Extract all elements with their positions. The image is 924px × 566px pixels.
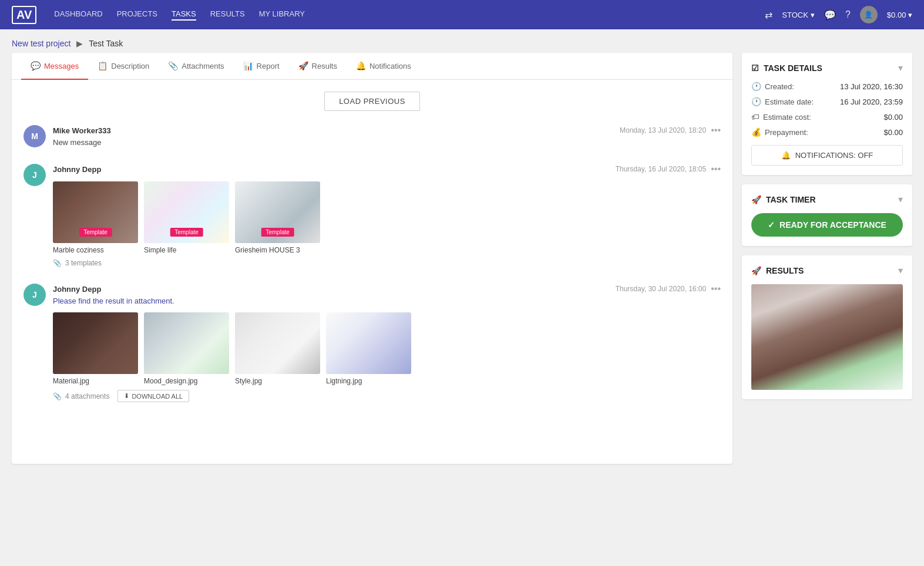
detail-value: $0.00 (883, 128, 903, 137)
message-header: Johnny Depp Thursday, 16 Jul 2020, 18:05… (53, 164, 721, 174)
message-author: Johnny Depp (53, 285, 101, 294)
image-label: Marble coziness (53, 246, 138, 254)
detail-value: $0.00 (883, 113, 903, 122)
task-details-icon: ☑ (751, 63, 759, 73)
load-previous-button[interactable]: LOAD PREVIOUS (324, 92, 420, 111)
avatar: M (23, 125, 46, 147)
panel-header: 🚀 RESULTS ▾ (751, 265, 903, 276)
message-timestamp: Monday, 13 Jul 2020, 18:20 (620, 126, 706, 134)
message-header: Mike Worker333 Monday, 13 Jul 2020, 18:2… (53, 125, 721, 136)
attachments-count: 4 attachments (65, 392, 109, 400)
transfer-icon[interactable]: ⇄ (765, 9, 772, 21)
breadcrumb-project-link[interactable]: New test project (12, 39, 70, 48)
detail-label: 🕐 Created: (751, 82, 794, 91)
image-thumb[interactable] (235, 312, 320, 374)
description-icon: 📋 (98, 61, 107, 70)
panel-header: ☑ TASK DETAILS ▾ (751, 62, 903, 73)
list-item: Template Marble coziness (53, 181, 138, 254)
message-text: New message (53, 138, 721, 147)
download-icon: ⬇ (124, 392, 129, 400)
panel-title: 🚀 RESULTS (751, 266, 804, 275)
chat-icon[interactable]: 💬 (824, 9, 836, 21)
attachments-info: 📎 4 attachments ⬇ DOWNLOAD ALL (53, 390, 721, 402)
template-badge: Template (261, 228, 294, 237)
main-layout: 💬 Messages 📋 Description 📎 Attachments 📊… (0, 53, 924, 476)
left-panel: 💬 Messages 📋 Description 📎 Attachments 📊… (12, 53, 733, 464)
image-label: Mood_design.jpg (144, 377, 229, 385)
attachments-icon: 📎 (168, 61, 178, 70)
message-body: Johnny Depp Thursday, 16 Jul 2020, 18:05… (53, 164, 721, 267)
attachment-icon: 📎 (53, 392, 62, 400)
message-meta: Thursday, 30 Jul 2020, 16:00 ••• (616, 284, 721, 294)
image-thumb[interactable] (53, 312, 138, 374)
list-item: Mood_design.jpg (144, 312, 229, 385)
message-link[interactable]: Please find the result in attachment. (53, 297, 174, 305)
tab-description[interactable]: 📋 Description (88, 53, 159, 80)
tab-report[interactable]: 📊 Report (234, 53, 289, 80)
list-item: Style.jpg (235, 312, 320, 385)
tab-notifications[interactable]: 🔔 Notifications (347, 53, 421, 80)
detail-label: 🏷 Estimate cost: (751, 112, 811, 122)
tab-attachments[interactable]: 📎 Attachments (159, 53, 233, 80)
attachment-icon: 📎 (53, 259, 62, 267)
stock-dropdown[interactable]: STOCK ▾ (782, 11, 815, 19)
detail-row-estimate-cost: 🏷 Estimate cost: $0.00 (751, 112, 903, 122)
image-label: Simple life (144, 246, 229, 254)
panel-title: 🚀 TASK TIMER (751, 195, 816, 204)
nav-dashboard[interactable]: DASHBOARD (54, 9, 102, 21)
right-panel: ☑ TASK DETAILS ▾ 🕐 Created: 13 Jul 2020,… (742, 53, 912, 464)
message-meta: Monday, 13 Jul 2020, 18:20 ••• (620, 125, 721, 136)
detail-row-created: 🕐 Created: 13 Jul 2020, 16:30 (751, 82, 903, 91)
attachments-info: 📎 3 templates (53, 259, 721, 267)
report-icon: 📊 (243, 61, 253, 70)
bell-icon: 🔔 (781, 151, 791, 160)
collapse-button[interactable]: ▾ (898, 62, 903, 73)
detail-value: 13 Jul 2020, 16:30 (840, 82, 903, 91)
nav-projects[interactable]: PROJECTS (117, 9, 157, 21)
image-grid: Template Marble coziness Template Simple… (53, 181, 721, 254)
clock-icon: 🕐 (751, 82, 761, 91)
template-badge: Template (170, 228, 203, 237)
notifications-icon: 🔔 (356, 61, 366, 70)
user-avatar[interactable]: 👤 (860, 6, 878, 23)
attachments-count: 3 templates (65, 259, 102, 267)
message-item: M Mike Worker333 Monday, 13 Jul 2020, 18… (23, 125, 721, 147)
results-image[interactable] (751, 284, 903, 390)
message-options-button[interactable]: ••• (711, 125, 721, 136)
template-badge: Template (79, 228, 112, 237)
collapse-button[interactable]: ▾ (898, 194, 903, 205)
tab-results[interactable]: 🚀 Results (289, 53, 347, 80)
message-timestamp: Thursday, 16 Jul 2020, 18:05 (616, 165, 707, 173)
message-options-button[interactable]: ••• (711, 284, 721, 294)
notifications-toggle-button[interactable]: 🔔 NOTIFICATIONS: OFF (751, 145, 903, 166)
calendar-icon: 🕐 (751, 97, 761, 106)
message-body: Mike Worker333 Monday, 13 Jul 2020, 18:2… (53, 125, 721, 147)
header-right: ⇄ STOCK ▾ 💬 ? 👤 $0.00 ▾ (765, 6, 912, 23)
nav-library[interactable]: MY LIBRARY (259, 9, 305, 21)
help-icon[interactable]: ? (845, 9, 851, 20)
balance-display[interactable]: $0.00 ▾ (887, 11, 912, 19)
tab-messages[interactable]: 💬 Messages (21, 53, 88, 80)
list-item: Ligtning.jpg (326, 312, 411, 385)
message-timestamp: Thursday, 30 Jul 2020, 16:00 (616, 285, 707, 293)
image-grid: Material.jpg Mood_design.jpg Style.jpg (53, 312, 721, 385)
collapse-button[interactable]: ▾ (898, 265, 903, 276)
avatar: J (23, 284, 46, 306)
message-options-button[interactable]: ••• (711, 164, 721, 174)
breadcrumb-task: Test Task (89, 39, 123, 48)
image-thumb[interactable] (144, 312, 229, 374)
ready-for-acceptance-button[interactable]: ✓ READY FOR ACCEPTANCE (751, 213, 903, 237)
main-nav: DASHBOARD PROJECTS TASKS RESULTS MY LIBR… (54, 9, 765, 21)
nav-tasks[interactable]: TASKS (172, 9, 196, 21)
message-meta: Thursday, 16 Jul 2020, 18:05 ••• (616, 164, 721, 174)
results-icon: 🚀 (751, 266, 761, 275)
detail-label: 💰 Prepayment: (751, 127, 808, 137)
message-item: J Johnny Depp Thursday, 16 Jul 2020, 18:… (23, 164, 721, 267)
breadcrumb: New test project ▶ Test Task (0, 29, 924, 53)
nav-results[interactable]: RESULTS (210, 9, 245, 21)
download-all-button[interactable]: ⬇ DOWNLOAD ALL (117, 390, 189, 402)
timer-icon: 🚀 (751, 195, 761, 204)
task-details-card: ☑ TASK DETAILS ▾ 🕐 Created: 13 Jul 2020,… (742, 53, 912, 175)
panel-header: 🚀 TASK TIMER ▾ (751, 194, 903, 205)
image-thumb[interactable] (326, 312, 411, 374)
